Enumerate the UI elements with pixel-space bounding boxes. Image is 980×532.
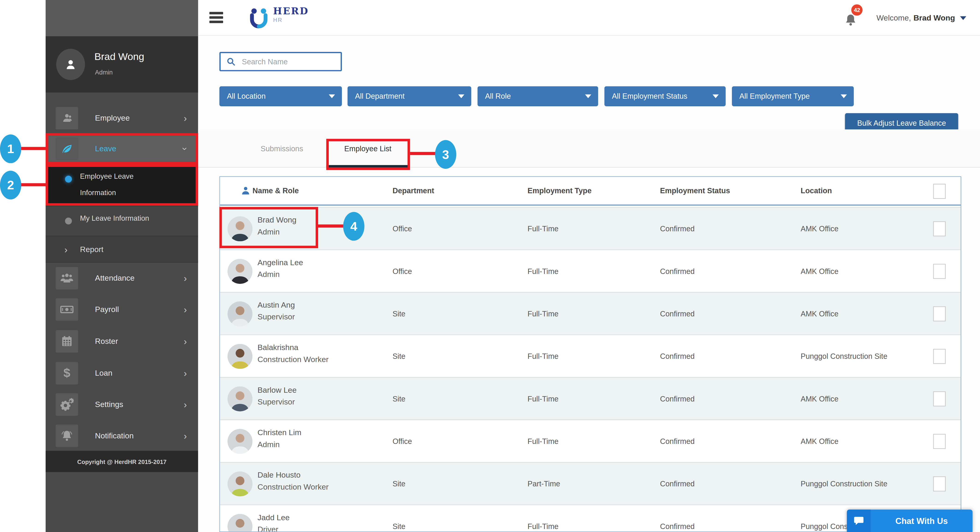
- dropdown-label: All Employment Type: [739, 92, 810, 101]
- sidebar-item-label: Attendance: [95, 274, 134, 283]
- cell-employment-type: Full-Time: [527, 420, 558, 462]
- filter-location-dropdown[interactable]: All Location: [220, 86, 342, 106]
- sidebar-item-label: Settings: [95, 400, 123, 409]
- chat-label: Chat With Us: [871, 516, 973, 526]
- sidebar-item-label: Roster: [95, 337, 118, 346]
- chat-bubble-icon: [847, 510, 871, 532]
- copyright: Copyright @ HerdHR 2015-2017: [46, 451, 198, 472]
- sidebar-item-employee-leave-information[interactable]: Employee Leave Information: [46, 164, 198, 206]
- sidebar-item-leave[interactable]: Leave ›: [46, 133, 198, 164]
- profile-role: Admin: [95, 69, 113, 76]
- sidebar-item-settings[interactable]: Settings ›: [46, 389, 198, 420]
- cell-location: Punggol Construction Site: [801, 463, 887, 505]
- chevron-down-icon: [458, 94, 464, 98]
- table-row[interactable]: Balakrishna Construction Worker Site Ful…: [220, 334, 961, 377]
- cell-location: Punggol Cons: [801, 505, 848, 532]
- profile-avatar: [56, 49, 85, 80]
- app-logo[interactable]: HERD HR: [248, 7, 309, 30]
- table-row[interactable]: Barlow Lee Supervisor Site Full-Time Con…: [220, 377, 961, 419]
- table-row[interactable]: Austin Ang Supervisor Site Full-Time Con…: [220, 292, 961, 334]
- avatar: [228, 429, 253, 454]
- employee-name: Brad Wong: [258, 216, 296, 225]
- column-header-department[interactable]: Department: [393, 186, 434, 195]
- payroll-banknote-icon: [56, 298, 78, 321]
- user-menu[interactable]: Welcome, Brad Wong: [877, 13, 966, 22]
- tab-employee-list[interactable]: Employee List: [326, 144, 409, 153]
- chat-with-us-button[interactable]: Chat With Us: [847, 510, 973, 532]
- row-checkbox[interactable]: [933, 476, 946, 491]
- cell-department: Office: [393, 207, 412, 250]
- column-header-name-role[interactable]: Name & Role: [253, 186, 299, 195]
- cell-employment-status: Confirmed: [660, 463, 695, 505]
- table-header: Name & Role Department Employment Type E…: [220, 177, 961, 206]
- row-checkbox[interactable]: [933, 434, 946, 449]
- annotation-step-1: 1: [0, 134, 21, 163]
- dropdown-label: All Role: [485, 92, 511, 101]
- hamburger-menu-icon[interactable]: [209, 12, 223, 25]
- cell-location: AMK Office: [801, 293, 838, 334]
- settings-gears-icon: [56, 393, 78, 416]
- cell-employment-type: Full-Time: [527, 207, 558, 250]
- cell-employment-status: Confirmed: [660, 505, 695, 532]
- cell-employment-status: Confirmed: [660, 293, 695, 334]
- tab-submissions[interactable]: Submissions: [258, 144, 306, 153]
- sidebar-item-payroll[interactable]: Payroll ›: [46, 294, 198, 325]
- row-checkbox[interactable]: [933, 349, 946, 364]
- person-icon: [240, 185, 251, 196]
- table-row[interactable]: Dale Housto Construction Worker Site Par…: [220, 462, 961, 505]
- table-row[interactable]: Christen Lim Admin Office Full-Time Conf…: [220, 419, 961, 462]
- avatar: [228, 514, 253, 532]
- row-checkbox[interactable]: [933, 391, 946, 406]
- column-header-employment-type[interactable]: Employment Type: [527, 186, 592, 195]
- cell-location: Punggol Construction Site: [801, 335, 887, 377]
- notification-bell-button[interactable]: 42: [844, 8, 860, 27]
- sidebar-item-attendance[interactable]: Attendance ›: [46, 263, 198, 294]
- sidebar-item-notification[interactable]: Notification ›: [46, 420, 198, 451]
- filter-employment-type-dropdown[interactable]: All Employment Type: [732, 86, 854, 106]
- employee-role: Construction Worker: [258, 355, 329, 364]
- filter-role-dropdown[interactable]: All Role: [477, 86, 598, 106]
- sidebar-item-roster[interactable]: Roster ›: [46, 325, 198, 357]
- sidebar-item-employee[interactable]: Employee ›: [46, 103, 198, 133]
- filter-department-dropdown[interactable]: All Department: [347, 86, 471, 106]
- active-bullet-icon: [65, 176, 72, 183]
- cell-employment-status: Confirmed: [660, 335, 695, 377]
- bullet-icon: [65, 217, 72, 225]
- employee-icon: [56, 107, 78, 130]
- dropdown-label: All Employment Status: [612, 92, 687, 101]
- table-row[interactable]: Brad Wong Admin Office Full-Time Confirm…: [220, 207, 961, 249]
- cell-department: Site: [393, 293, 406, 334]
- welcome-prefix: Welcome,: [877, 13, 911, 22]
- cell-location: AMK Office: [801, 207, 838, 250]
- herd-smiley-icon: [248, 7, 269, 30]
- avatar: [228, 301, 253, 326]
- chevron-down-icon: [713, 94, 719, 98]
- sidebar-item-report[interactable]: › Report: [46, 236, 198, 263]
- submenu-label-line1: Employee Leave: [80, 172, 134, 180]
- sidebar-item-loan[interactable]: $ Loan ›: [46, 357, 198, 389]
- row-checkbox[interactable]: [933, 221, 946, 236]
- profile-name: Brad Wong: [94, 51, 144, 62]
- column-header-location[interactable]: Location: [801, 186, 832, 195]
- cell-department: Site: [393, 335, 406, 377]
- employee-role: Construction Worker: [258, 483, 329, 491]
- search-input[interactable]: [220, 52, 342, 71]
- chevron-right-icon: ›: [184, 304, 187, 315]
- page: Brad Wong Admin Employee › Leave › Emplo…: [0, 0, 980, 532]
- sidebar-item-my-leave-information[interactable]: My Leave Information: [46, 206, 198, 236]
- annotation-line-1: [19, 147, 46, 150]
- avatar: [228, 259, 253, 284]
- row-checkbox[interactable]: [933, 264, 946, 279]
- cell-employment-status: Confirmed: [660, 207, 695, 250]
- cell-employment-type: Part-Time: [527, 463, 560, 505]
- column-header-employment-status[interactable]: Employment Status: [660, 186, 730, 195]
- sidebar-item-label: Notification: [95, 431, 134, 440]
- table-row[interactable]: Angelina Lee Admin Office Full-Time Conf…: [220, 250, 961, 292]
- select-all-checkbox[interactable]: [933, 184, 946, 199]
- chevron-down-icon: [329, 94, 335, 98]
- filter-employment-status-dropdown[interactable]: All Employment Status: [605, 86, 726, 106]
- search-box: [220, 52, 342, 71]
- sidebar-item-label: Loan: [95, 368, 112, 377]
- person-icon: [64, 58, 77, 70]
- row-checkbox[interactable]: [933, 306, 946, 321]
